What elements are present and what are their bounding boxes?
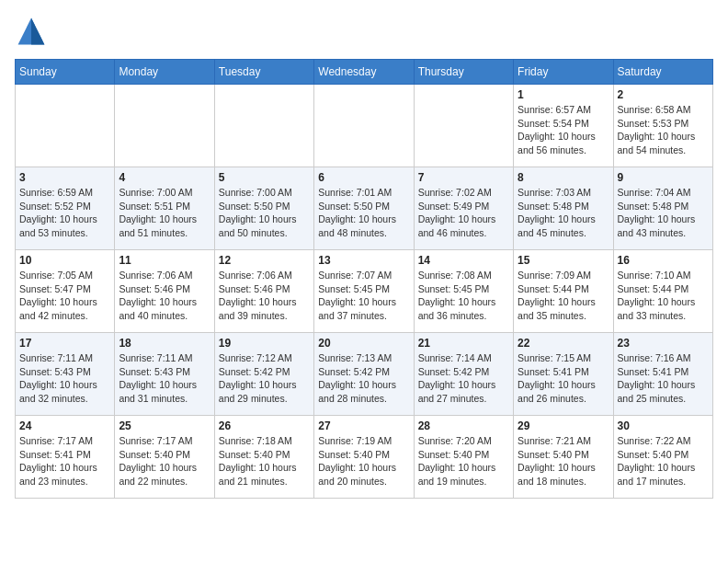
day-cell (16, 85, 115, 167)
day-number: 8 (518, 171, 609, 184)
day-cell: 6Sunrise: 7:01 AM Sunset: 5:50 PM Daylig… (314, 167, 414, 250)
day-cell: 28Sunrise: 7:20 AM Sunset: 5:40 PM Dayli… (414, 416, 513, 499)
day-number: 18 (119, 337, 210, 350)
column-header-friday: Friday (514, 60, 613, 85)
column-header-monday: Monday (115, 60, 214, 85)
day-info: Sunrise: 7:02 AM Sunset: 5:49 PM Dayligh… (418, 186, 509, 240)
day-cell: 22Sunrise: 7:15 AM Sunset: 5:41 PM Dayli… (514, 333, 613, 416)
day-number: 4 (119, 171, 210, 184)
day-number: 23 (618, 337, 709, 350)
day-cell: 11Sunrise: 7:06 AM Sunset: 5:46 PM Dayli… (115, 250, 214, 333)
day-cell: 25Sunrise: 7:17 AM Sunset: 5:40 PM Dayli… (115, 416, 214, 499)
day-info: Sunrise: 6:58 AM Sunset: 5:53 PM Dayligh… (618, 103, 709, 157)
day-cell: 19Sunrise: 7:12 AM Sunset: 5:42 PM Dayli… (214, 333, 313, 416)
day-info: Sunrise: 7:04 AM Sunset: 5:48 PM Dayligh… (618, 186, 709, 240)
day-cell: 14Sunrise: 7:08 AM Sunset: 5:45 PM Dayli… (414, 250, 513, 333)
calendar-table: SundayMondayTuesdayWednesdayThursdayFrid… (15, 59, 713, 499)
day-cell: 5Sunrise: 7:00 AM Sunset: 5:50 PM Daylig… (214, 167, 313, 250)
day-number: 5 (219, 171, 310, 184)
day-number: 20 (318, 337, 409, 350)
day-info: Sunrise: 7:00 AM Sunset: 5:50 PM Dayligh… (219, 186, 310, 240)
day-info: Sunrise: 7:14 AM Sunset: 5:42 PM Dayligh… (418, 351, 509, 406)
day-cell: 20Sunrise: 7:13 AM Sunset: 5:42 PM Dayli… (314, 333, 414, 416)
day-number: 11 (119, 254, 210, 267)
day-number: 24 (19, 419, 110, 432)
day-cell: 12Sunrise: 7:06 AM Sunset: 5:46 PM Dayli… (214, 250, 313, 333)
day-info: Sunrise: 7:18 AM Sunset: 5:40 PM Dayligh… (219, 434, 310, 488)
day-cell: 2Sunrise: 6:58 AM Sunset: 5:53 PM Daylig… (613, 85, 712, 167)
day-cell: 8Sunrise: 7:03 AM Sunset: 5:48 PM Daylig… (514, 167, 613, 250)
day-number: 29 (518, 419, 609, 432)
day-number: 25 (119, 419, 210, 432)
day-cell: 21Sunrise: 7:14 AM Sunset: 5:42 PM Dayli… (414, 333, 513, 416)
day-cell: 13Sunrise: 7:07 AM Sunset: 5:45 PM Dayli… (314, 250, 414, 333)
day-number: 2 (618, 88, 709, 101)
day-number: 19 (219, 337, 310, 350)
day-info: Sunrise: 7:20 AM Sunset: 5:40 PM Dayligh… (418, 434, 509, 488)
day-info: Sunrise: 7:15 AM Sunset: 5:41 PM Dayligh… (518, 351, 609, 406)
day-info: Sunrise: 7:03 AM Sunset: 5:48 PM Dayligh… (518, 186, 609, 240)
day-number: 9 (618, 171, 709, 184)
day-info: Sunrise: 7:22 AM Sunset: 5:40 PM Dayligh… (618, 434, 709, 488)
column-header-sunday: Sunday (16, 60, 115, 85)
day-cell (214, 85, 313, 167)
day-number: 14 (418, 254, 509, 267)
logo (15, 15, 51, 48)
day-number: 13 (318, 254, 409, 267)
day-cell: 23Sunrise: 7:16 AM Sunset: 5:41 PM Dayli… (613, 333, 712, 416)
day-number: 16 (618, 254, 709, 267)
day-info: Sunrise: 7:19 AM Sunset: 5:40 PM Dayligh… (318, 434, 409, 488)
day-info: Sunrise: 7:00 AM Sunset: 5:51 PM Dayligh… (119, 186, 210, 240)
day-info: Sunrise: 7:12 AM Sunset: 5:42 PM Dayligh… (219, 351, 310, 406)
day-info: Sunrise: 7:01 AM Sunset: 5:50 PM Dayligh… (318, 186, 409, 240)
day-number: 12 (219, 254, 310, 267)
day-cell: 18Sunrise: 7:11 AM Sunset: 5:43 PM Dayli… (115, 333, 214, 416)
day-cell (414, 85, 513, 167)
day-number: 27 (318, 419, 409, 432)
week-row-1: 1Sunrise: 6:57 AM Sunset: 5:54 PM Daylig… (16, 85, 713, 167)
day-cell: 9Sunrise: 7:04 AM Sunset: 5:48 PM Daylig… (613, 167, 712, 250)
day-info: Sunrise: 7:11 AM Sunset: 5:43 PM Dayligh… (19, 351, 110, 406)
day-number: 17 (19, 337, 110, 350)
day-number: 1 (518, 88, 609, 101)
day-info: Sunrise: 7:08 AM Sunset: 5:45 PM Dayligh… (418, 269, 509, 323)
day-cell: 15Sunrise: 7:09 AM Sunset: 5:44 PM Dayli… (514, 250, 613, 333)
column-header-saturday: Saturday (613, 60, 712, 85)
column-header-thursday: Thursday (414, 60, 513, 85)
day-number: 26 (219, 419, 310, 432)
day-number: 28 (418, 419, 509, 432)
day-cell: 17Sunrise: 7:11 AM Sunset: 5:43 PM Dayli… (16, 333, 115, 416)
day-cell: 27Sunrise: 7:19 AM Sunset: 5:40 PM Dayli… (314, 416, 414, 499)
day-info: Sunrise: 6:59 AM Sunset: 5:52 PM Dayligh… (19, 186, 110, 240)
day-cell (314, 85, 414, 167)
day-info: Sunrise: 6:57 AM Sunset: 5:54 PM Dayligh… (518, 103, 609, 157)
day-info: Sunrise: 7:06 AM Sunset: 5:46 PM Dayligh… (119, 269, 210, 323)
day-info: Sunrise: 7:17 AM Sunset: 5:41 PM Dayligh… (19, 434, 110, 488)
day-cell: 1Sunrise: 6:57 AM Sunset: 5:54 PM Daylig… (514, 85, 613, 167)
column-header-wednesday: Wednesday (314, 60, 414, 85)
week-row-5: 24Sunrise: 7:17 AM Sunset: 5:41 PM Dayli… (16, 416, 713, 499)
day-info: Sunrise: 7:07 AM Sunset: 5:45 PM Dayligh… (318, 269, 409, 323)
day-cell (115, 85, 214, 167)
day-cell: 26Sunrise: 7:18 AM Sunset: 5:40 PM Dayli… (214, 416, 313, 499)
day-cell: 24Sunrise: 7:17 AM Sunset: 5:41 PM Dayli… (16, 416, 115, 499)
day-number: 21 (418, 337, 509, 350)
day-number: 6 (318, 171, 409, 184)
week-row-2: 3Sunrise: 6:59 AM Sunset: 5:52 PM Daylig… (16, 167, 713, 250)
day-info: Sunrise: 7:05 AM Sunset: 5:47 PM Dayligh… (19, 269, 110, 323)
day-number: 10 (19, 254, 110, 267)
week-row-4: 17Sunrise: 7:11 AM Sunset: 5:43 PM Dayli… (16, 333, 713, 416)
day-info: Sunrise: 7:11 AM Sunset: 5:43 PM Dayligh… (119, 351, 210, 406)
page-header (15, 15, 713, 48)
day-number: 7 (418, 171, 509, 184)
day-cell: 7Sunrise: 7:02 AM Sunset: 5:49 PM Daylig… (414, 167, 513, 250)
day-number: 3 (19, 171, 110, 184)
day-info: Sunrise: 7:09 AM Sunset: 5:44 PM Dayligh… (518, 269, 609, 323)
day-info: Sunrise: 7:17 AM Sunset: 5:40 PM Dayligh… (119, 434, 210, 488)
day-info: Sunrise: 7:10 AM Sunset: 5:44 PM Dayligh… (618, 269, 709, 323)
week-row-3: 10Sunrise: 7:05 AM Sunset: 5:47 PM Dayli… (16, 250, 713, 333)
svg-marker-1 (31, 18, 44, 45)
day-info: Sunrise: 7:13 AM Sunset: 5:42 PM Dayligh… (318, 351, 409, 406)
day-number: 30 (618, 419, 709, 432)
calendar-header-row: SundayMondayTuesdayWednesdayThursdayFrid… (16, 60, 713, 85)
